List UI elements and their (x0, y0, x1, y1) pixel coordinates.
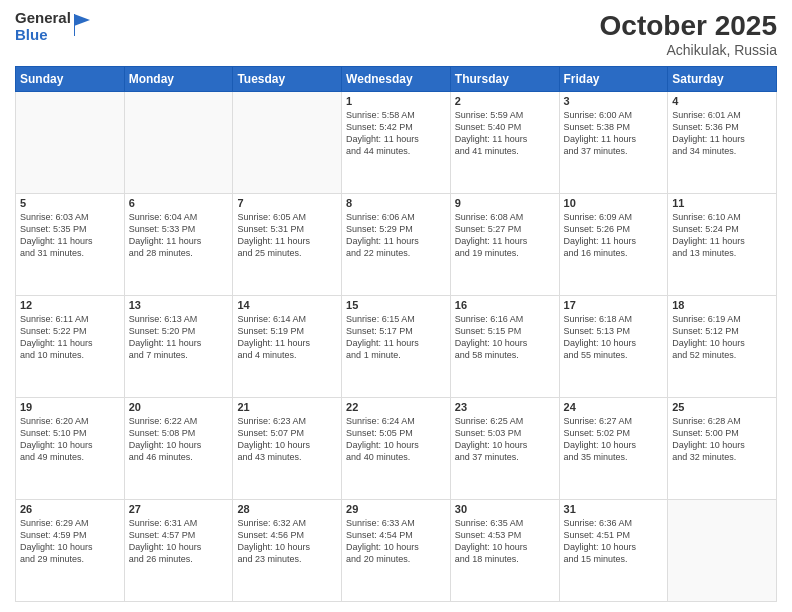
table-row (668, 500, 777, 602)
day-info: Sunrise: 6:23 AM Sunset: 5:07 PM Dayligh… (237, 415, 337, 464)
day-number: 7 (237, 197, 337, 209)
logo-general: General (15, 10, 71, 27)
day-info: Sunrise: 6:13 AM Sunset: 5:20 PM Dayligh… (129, 313, 229, 362)
day-info: Sunrise: 6:16 AM Sunset: 5:15 PM Dayligh… (455, 313, 555, 362)
day-number: 5 (20, 197, 120, 209)
table-row: 2Sunrise: 5:59 AM Sunset: 5:40 PM Daylig… (450, 92, 559, 194)
day-info: Sunrise: 6:08 AM Sunset: 5:27 PM Dayligh… (455, 211, 555, 260)
table-row (16, 92, 125, 194)
day-info: Sunrise: 6:09 AM Sunset: 5:26 PM Dayligh… (564, 211, 664, 260)
title-section: October 2025 Achikulak, Russia (600, 10, 777, 58)
day-number: 30 (455, 503, 555, 515)
table-row: 8Sunrise: 6:06 AM Sunset: 5:29 PM Daylig… (342, 194, 451, 296)
day-info: Sunrise: 5:59 AM Sunset: 5:40 PM Dayligh… (455, 109, 555, 158)
table-row: 7Sunrise: 6:05 AM Sunset: 5:31 PM Daylig… (233, 194, 342, 296)
day-number: 21 (237, 401, 337, 413)
day-number: 1 (346, 95, 446, 107)
header: General Blue October 2025 Achikulak, Rus… (15, 10, 777, 58)
table-row: 31Sunrise: 6:36 AM Sunset: 4:51 PM Dayli… (559, 500, 668, 602)
day-number: 6 (129, 197, 229, 209)
table-row: 30Sunrise: 6:35 AM Sunset: 4:53 PM Dayli… (450, 500, 559, 602)
calendar-week-row: 19Sunrise: 6:20 AM Sunset: 5:10 PM Dayli… (16, 398, 777, 500)
svg-marker-0 (74, 14, 90, 26)
day-number: 8 (346, 197, 446, 209)
day-number: 10 (564, 197, 664, 209)
day-number: 18 (672, 299, 772, 311)
day-info: Sunrise: 6:36 AM Sunset: 4:51 PM Dayligh… (564, 517, 664, 566)
table-row (233, 92, 342, 194)
table-row: 13Sunrise: 6:13 AM Sunset: 5:20 PM Dayli… (124, 296, 233, 398)
table-row: 17Sunrise: 6:18 AM Sunset: 5:13 PM Dayli… (559, 296, 668, 398)
day-number: 31 (564, 503, 664, 515)
calendar-week-row: 26Sunrise: 6:29 AM Sunset: 4:59 PM Dayli… (16, 500, 777, 602)
col-thursday: Thursday (450, 67, 559, 92)
day-info: Sunrise: 6:22 AM Sunset: 5:08 PM Dayligh… (129, 415, 229, 464)
day-info: Sunrise: 6:24 AM Sunset: 5:05 PM Dayligh… (346, 415, 446, 464)
logo-text: General Blue (15, 10, 71, 43)
table-row: 5Sunrise: 6:03 AM Sunset: 5:35 PM Daylig… (16, 194, 125, 296)
table-row: 24Sunrise: 6:27 AM Sunset: 5:02 PM Dayli… (559, 398, 668, 500)
day-number: 20 (129, 401, 229, 413)
location: Achikulak, Russia (600, 42, 777, 58)
day-number: 26 (20, 503, 120, 515)
day-number: 25 (672, 401, 772, 413)
col-saturday: Saturday (668, 67, 777, 92)
logo-flag-icon (74, 14, 90, 40)
day-info: Sunrise: 6:33 AM Sunset: 4:54 PM Dayligh… (346, 517, 446, 566)
day-info: Sunrise: 6:11 AM Sunset: 5:22 PM Dayligh… (20, 313, 120, 362)
table-row: 9Sunrise: 6:08 AM Sunset: 5:27 PM Daylig… (450, 194, 559, 296)
day-number: 22 (346, 401, 446, 413)
table-row: 3Sunrise: 6:00 AM Sunset: 5:38 PM Daylig… (559, 92, 668, 194)
day-number: 3 (564, 95, 664, 107)
calendar-table: Sunday Monday Tuesday Wednesday Thursday… (15, 66, 777, 602)
day-info: Sunrise: 6:01 AM Sunset: 5:36 PM Dayligh… (672, 109, 772, 158)
table-row (124, 92, 233, 194)
table-row: 10Sunrise: 6:09 AM Sunset: 5:26 PM Dayli… (559, 194, 668, 296)
day-info: Sunrise: 6:20 AM Sunset: 5:10 PM Dayligh… (20, 415, 120, 464)
page-container: General Blue October 2025 Achikulak, Rus… (0, 0, 792, 612)
day-info: Sunrise: 6:00 AM Sunset: 5:38 PM Dayligh… (564, 109, 664, 158)
day-number: 24 (564, 401, 664, 413)
day-info: Sunrise: 6:14 AM Sunset: 5:19 PM Dayligh… (237, 313, 337, 362)
day-info: Sunrise: 6:29 AM Sunset: 4:59 PM Dayligh… (20, 517, 120, 566)
table-row: 12Sunrise: 6:11 AM Sunset: 5:22 PM Dayli… (16, 296, 125, 398)
table-row: 22Sunrise: 6:24 AM Sunset: 5:05 PM Dayli… (342, 398, 451, 500)
day-info: Sunrise: 6:19 AM Sunset: 5:12 PM Dayligh… (672, 313, 772, 362)
day-number: 11 (672, 197, 772, 209)
day-info: Sunrise: 6:32 AM Sunset: 4:56 PM Dayligh… (237, 517, 337, 566)
day-info: Sunrise: 6:35 AM Sunset: 4:53 PM Dayligh… (455, 517, 555, 566)
col-sunday: Sunday (16, 67, 125, 92)
col-wednesday: Wednesday (342, 67, 451, 92)
table-row: 19Sunrise: 6:20 AM Sunset: 5:10 PM Dayli… (16, 398, 125, 500)
day-info: Sunrise: 6:31 AM Sunset: 4:57 PM Dayligh… (129, 517, 229, 566)
logo: General Blue (15, 10, 90, 43)
day-number: 13 (129, 299, 229, 311)
logo-blue: Blue (15, 27, 71, 44)
day-info: Sunrise: 5:58 AM Sunset: 5:42 PM Dayligh… (346, 109, 446, 158)
day-number: 28 (237, 503, 337, 515)
day-number: 17 (564, 299, 664, 311)
table-row: 15Sunrise: 6:15 AM Sunset: 5:17 PM Dayli… (342, 296, 451, 398)
calendar-header-row: Sunday Monday Tuesday Wednesday Thursday… (16, 67, 777, 92)
day-info: Sunrise: 6:04 AM Sunset: 5:33 PM Dayligh… (129, 211, 229, 260)
day-number: 12 (20, 299, 120, 311)
table-row: 6Sunrise: 6:04 AM Sunset: 5:33 PM Daylig… (124, 194, 233, 296)
day-number: 16 (455, 299, 555, 311)
month-title: October 2025 (600, 10, 777, 42)
day-info: Sunrise: 6:27 AM Sunset: 5:02 PM Dayligh… (564, 415, 664, 464)
day-info: Sunrise: 6:25 AM Sunset: 5:03 PM Dayligh… (455, 415, 555, 464)
table-row: 20Sunrise: 6:22 AM Sunset: 5:08 PM Dayli… (124, 398, 233, 500)
col-tuesday: Tuesday (233, 67, 342, 92)
table-row: 25Sunrise: 6:28 AM Sunset: 5:00 PM Dayli… (668, 398, 777, 500)
table-row: 4Sunrise: 6:01 AM Sunset: 5:36 PM Daylig… (668, 92, 777, 194)
table-row: 1Sunrise: 5:58 AM Sunset: 5:42 PM Daylig… (342, 92, 451, 194)
table-row: 14Sunrise: 6:14 AM Sunset: 5:19 PM Dayli… (233, 296, 342, 398)
day-number: 15 (346, 299, 446, 311)
calendar-week-row: 1Sunrise: 5:58 AM Sunset: 5:42 PM Daylig… (16, 92, 777, 194)
day-info: Sunrise: 6:28 AM Sunset: 5:00 PM Dayligh… (672, 415, 772, 464)
day-number: 4 (672, 95, 772, 107)
day-number: 29 (346, 503, 446, 515)
calendar-week-row: 5Sunrise: 6:03 AM Sunset: 5:35 PM Daylig… (16, 194, 777, 296)
day-info: Sunrise: 6:10 AM Sunset: 5:24 PM Dayligh… (672, 211, 772, 260)
table-row: 21Sunrise: 6:23 AM Sunset: 5:07 PM Dayli… (233, 398, 342, 500)
